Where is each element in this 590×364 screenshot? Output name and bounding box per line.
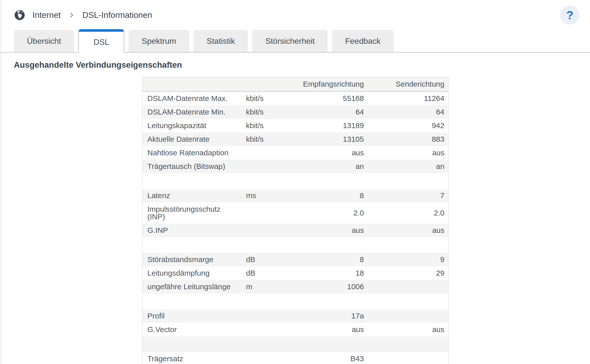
row-empfangsrichtung-value: 13189	[279, 119, 368, 132]
tab-bar: Übersicht DSL Spektrum Statistik Störsic…	[0, 29, 590, 53]
spacer-cell	[142, 294, 449, 309]
row-unit: ms	[241, 189, 279, 202]
row-unit	[241, 309, 279, 323]
table-row: Aktuelle Datenratekbit/s13105883	[142, 132, 449, 146]
row-label: Nahtlose Ratenadaption	[142, 146, 241, 160]
header-label	[142, 77, 241, 92]
tab-statistik[interactable]: Statistik	[193, 30, 248, 52]
row-senderichtung-value	[368, 280, 449, 294]
row-senderichtung-value: 942	[368, 119, 449, 132]
row-label: DSLAM-Datenrate Max.	[142, 91, 241, 105]
connection-properties-table-wrap: Empfangsrichtung Senderichtung DSLAM-Dat…	[142, 77, 590, 364]
spacer-cell	[142, 336, 449, 352]
row-empfangsrichtung-value: aus	[279, 224, 368, 237]
help-button[interactable]: ?	[560, 6, 579, 25]
table-row: Impulsstörungsschutz (INP)2.02.0	[142, 202, 449, 224]
table-row: DSLAM-Datenrate Max.kbit/s5516811264	[142, 91, 449, 105]
table-spacer-row	[142, 336, 449, 352]
breadcrumb-section-internet[interactable]: Internet	[32, 10, 61, 20]
row-unit	[241, 202, 279, 224]
row-empfangsrichtung-value: aus	[279, 146, 368, 160]
row-empfangsrichtung-value: 17a	[279, 309, 368, 323]
row-empfangsrichtung-value: an	[279, 160, 368, 173]
table-row: LeitungsdämpfungdB1829	[142, 266, 449, 280]
tab-spektrum[interactable]: Spektrum	[128, 30, 189, 52]
globe-icon	[14, 9, 25, 21]
row-senderichtung-value: aus	[368, 224, 449, 237]
table-row: Leitungskapazitätkbit/s13189942	[142, 119, 449, 132]
row-label: Störabstandsmarge	[142, 253, 241, 266]
row-senderichtung-value: aus	[368, 146, 449, 160]
table-row: TrägersatzB43	[142, 352, 449, 364]
row-senderichtung-value	[368, 352, 449, 364]
row-senderichtung-value: 2.0	[368, 202, 449, 224]
row-senderichtung-value: an	[368, 160, 449, 173]
connection-properties-table: Empfangsrichtung Senderichtung DSLAM-Dat…	[142, 77, 449, 364]
table-row: StörabstandsmargedB89	[142, 253, 449, 266]
table-row: G.Vectorausaus	[142, 323, 449, 336]
spacer-cell	[142, 237, 449, 253]
row-label: G.Vector	[142, 323, 241, 336]
content-left-divider	[1, 0, 1, 364]
row-empfangsrichtung-value: 2.0	[279, 202, 368, 224]
row-unit	[241, 160, 279, 173]
table-spacer-row	[142, 173, 449, 189]
row-empfangsrichtung-value: 8	[279, 189, 368, 202]
row-senderichtung-value: 883	[368, 132, 449, 146]
table-row: Nahtlose Ratenadaptionausaus	[142, 146, 449, 160]
row-label: Trägersatz	[142, 352, 241, 364]
row-empfangsrichtung-value: 64	[279, 105, 368, 119]
row-empfangsrichtung-value: 1006	[279, 280, 368, 294]
table-spacer-row	[142, 294, 449, 309]
row-label: DSLAM-Datenrate Min.	[142, 105, 241, 119]
tab-stoersicherheit[interactable]: Störsicherheit	[252, 30, 328, 52]
row-label: G.INP	[142, 224, 241, 237]
table-row: DSLAM-Datenrate Min.kbit/s6464	[142, 105, 449, 119]
table-spacer-row	[142, 237, 449, 253]
row-label: Leitungsdämpfung	[142, 266, 241, 280]
breadcrumb-current-page: DSL-Informationen	[82, 10, 152, 20]
row-senderichtung-value: aus	[368, 323, 449, 336]
row-unit	[241, 323, 279, 336]
row-senderichtung-value	[368, 309, 449, 323]
row-senderichtung-value: 7	[368, 189, 449, 202]
top-bar: Internet DSL-Informationen ?	[0, 0, 590, 25]
row-empfangsrichtung-value: 13105	[279, 132, 368, 146]
spacer-cell	[142, 173, 449, 189]
row-unit: kbit/s	[241, 119, 279, 132]
table-row: ungefähre Leitungslängem1006	[142, 280, 449, 294]
row-label: Latenz	[142, 189, 241, 202]
row-unit	[241, 224, 279, 237]
row-unit: kbit/s	[241, 132, 279, 146]
row-label: Impulsstörungsschutz (INP)	[142, 202, 241, 224]
row-empfangsrichtung-value: 18	[279, 266, 368, 280]
row-empfangsrichtung-value: 8	[279, 253, 368, 266]
table-row: G.INPausaus	[142, 224, 449, 237]
tab-uebersicht[interactable]: Übersicht	[14, 30, 74, 52]
header-unit	[241, 77, 279, 92]
tab-feedback[interactable]: Feedback	[332, 30, 394, 52]
header-empfangsrichtung: Empfangsrichtung	[279, 77, 368, 92]
header-senderichtung: Senderichtung	[368, 77, 449, 92]
row-unit: kbit/s	[241, 91, 279, 105]
row-label: ungefähre Leitungslänge	[142, 280, 241, 294]
row-unit	[241, 352, 279, 364]
row-senderichtung-value: 64	[368, 105, 449, 119]
row-empfangsrichtung-value: 55168	[279, 91, 368, 105]
row-senderichtung-value: 29	[368, 266, 449, 280]
row-label: Trägertausch (Bitswap)	[142, 160, 241, 173]
table-row: Trägertausch (Bitswap)anan	[142, 160, 449, 173]
breadcrumb: Internet DSL-Informationen	[14, 9, 152, 21]
row-label: Aktuelle Datenrate	[142, 132, 241, 146]
row-senderichtung-value: 9	[368, 253, 449, 266]
row-unit: dB	[241, 266, 279, 280]
row-empfangsrichtung-value: B43	[279, 352, 368, 364]
row-unit: kbit/s	[241, 105, 279, 119]
row-senderichtung-value: 11264	[368, 91, 449, 105]
chevron-right-icon	[68, 12, 75, 18]
row-label: Leitungskapazität	[142, 119, 241, 132]
row-label: Profil	[142, 309, 241, 323]
tab-dsl[interactable]: DSL	[78, 29, 124, 53]
row-unit	[241, 146, 279, 160]
page-title: Ausgehandelte Verbindungseigenschaften	[14, 60, 590, 70]
